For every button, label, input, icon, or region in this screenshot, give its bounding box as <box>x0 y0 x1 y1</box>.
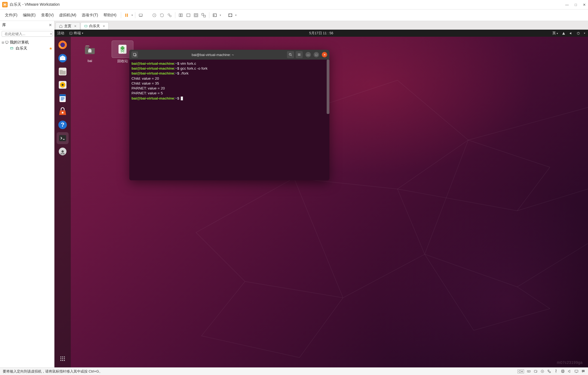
svg-rect-14 <box>204 15 206 17</box>
terminal-maximize-button[interactable]: □ <box>314 52 319 57</box>
tab-vm-bailetian[interactable]: 白乐天 ✕ <box>81 22 109 30</box>
terminal-titlebar[interactable]: bai@bai-virtual-machine: ~ — □ ✕ <box>129 50 329 60</box>
terminal-body[interactable]: bai@bai-virtual-machine:~$ vim fork.cbai… <box>129 60 329 180</box>
desktop-icon-trash-label: 回收站 <box>117 59 128 63</box>
power-icon[interactable] <box>577 32 580 35</box>
fullscreen-button[interactable] <box>227 12 234 18</box>
menu-view[interactable]: 查看(V) <box>39 12 56 19</box>
terminal-line: Child: value = 20 <box>131 76 327 81</box>
volume-icon[interactable] <box>569 32 573 35</box>
tray-network-icon[interactable] <box>547 369 551 373</box>
dock-files[interactable] <box>57 66 69 78</box>
terminal-search-button[interactable] <box>287 51 294 58</box>
network-icon[interactable] <box>562 32 565 35</box>
menu-edit[interactable]: 编辑(E) <box>21 12 38 19</box>
vm-icon <box>84 24 88 28</box>
ubuntu-desktop[interactable]: ? DVD bai 回收站 <box>54 37 588 367</box>
menu-file[interactable]: 文件(F) <box>3 12 20 19</box>
app-indicator-terminal[interactable]: 终端 ▾ <box>69 31 83 36</box>
fullscreen-console-button[interactable] <box>212 12 218 18</box>
svg-rect-10 <box>187 14 190 17</box>
dock-firefox[interactable] <box>57 39 69 51</box>
svg-rect-8 <box>179 14 180 17</box>
tray-display-icon[interactable] <box>574 369 578 373</box>
view-unity-button[interactable] <box>200 12 207 18</box>
tray-usb-icon[interactable] <box>554 369 558 373</box>
tab-close-icon[interactable]: ✕ <box>103 24 105 28</box>
content-area: 主页 ✕ 白乐天 ✕ 活动 终端 ▾ 5月17日 11 : 56 英 ▾ <box>54 21 588 367</box>
system-menu-dropdown-icon[interactable]: ▾ <box>584 32 585 35</box>
svg-rect-11 <box>194 14 198 17</box>
snapshot-button[interactable] <box>151 12 158 18</box>
svg-rect-1 <box>4 4 6 5</box>
dropdown-icon[interactable]: ▾ <box>50 32 52 35</box>
tray-printer-icon[interactable] <box>561 369 565 373</box>
tree-root-my-computer[interactable]: ⊟ 我的计算机 <box>2 39 53 45</box>
tab-home[interactable]: 主页 ✕ <box>56 22 80 30</box>
terminal-new-tab-button[interactable] <box>131 51 138 58</box>
dock-dvd[interactable]: DVD <box>57 145 69 157</box>
ime-indicator[interactable]: CH <box>517 370 524 373</box>
tray-sound-icon[interactable] <box>568 369 572 373</box>
tree-vm-bailetian[interactable]: 白乐天 ★ <box>2 45 53 51</box>
svg-rect-60 <box>548 370 549 371</box>
terminal-close-button[interactable]: ✕ <box>322 52 327 57</box>
clock[interactable]: 5月17日 11 : 56 <box>309 31 333 36</box>
activities-button[interactable]: 活动 <box>57 31 64 36</box>
terminal-prompt[interactable]: bai@bai-virtual-machine:~$ <box>131 96 327 101</box>
svg-rect-53 <box>133 53 136 55</box>
svg-rect-13 <box>202 13 204 15</box>
terminal-minimize-button[interactable]: — <box>305 52 311 57</box>
library-search[interactable]: ▾ <box>2 31 53 37</box>
dropdown-icon[interactable]: ▾ <box>235 14 237 17</box>
vm-console[interactable]: 活动 终端 ▾ 5月17日 11 : 56 英 ▾ ▾ <box>54 30 588 367</box>
tray-keyboard-icon[interactable] <box>527 369 531 373</box>
library-close-button[interactable]: ✕ <box>49 23 52 27</box>
pause-button[interactable] <box>123 12 130 18</box>
terminal-scrollbar[interactable] <box>327 60 329 114</box>
dropdown-icon[interactable]: ▾ <box>131 14 133 17</box>
dock-rhythmbox[interactable] <box>57 79 69 91</box>
window-minimize-button[interactable]: — <box>565 3 569 7</box>
terminal-window[interactable]: bai@bai-virtual-machine: ~ — □ ✕ bai@bai… <box>129 50 329 180</box>
dock-libreoffice-writer[interactable] <box>57 92 69 104</box>
dock-ubuntu-software[interactable] <box>57 106 69 117</box>
dock-help[interactable]: ? <box>57 119 69 131</box>
window-close-button[interactable]: ✕ <box>583 3 586 7</box>
menu-help[interactable]: 帮助(H) <box>101 12 118 19</box>
library-search-input[interactable] <box>5 32 50 36</box>
svg-rect-12 <box>195 14 197 16</box>
view-stretch-button[interactable] <box>193 12 199 18</box>
window-maximize-button[interactable]: □ <box>575 3 577 7</box>
svg-point-51 <box>64 360 65 361</box>
svg-rect-20 <box>85 25 87 27</box>
tab-close-icon[interactable]: ✕ <box>74 24 76 28</box>
view-single-button[interactable] <box>177 12 184 18</box>
svg-point-43 <box>60 357 62 358</box>
favorite-star-icon[interactable]: ★ <box>49 46 53 51</box>
dropdown-icon[interactable]: ▾ <box>220 14 221 17</box>
menu-vm[interactable]: 虚拟机(M) <box>57 12 78 19</box>
tray-message-icon[interactable] <box>581 369 585 373</box>
send-ctrl-alt-del-button[interactable] <box>137 12 144 18</box>
terminal-menu-button[interactable] <box>296 51 303 58</box>
snapshot-manager-button[interactable] <box>166 12 173 18</box>
menu-tabs[interactable]: 选项卡(T) <box>79 12 100 19</box>
tray-harddisk-icon[interactable] <box>534 369 538 373</box>
dock-terminal[interactable] <box>57 132 69 144</box>
dock-show-applications[interactable] <box>57 353 69 365</box>
view-console-button[interactable] <box>185 12 192 18</box>
terminal-icon <box>69 32 73 35</box>
terminal-title: bai@bai-virtual-machine: ~ <box>140 53 285 57</box>
svg-point-50 <box>62 360 63 361</box>
svg-point-29 <box>62 84 63 86</box>
tab-row: 主页 ✕ 白乐天 ✕ <box>54 21 588 30</box>
snapshot-revert-button[interactable] <box>159 12 165 18</box>
svg-point-59 <box>542 371 543 372</box>
input-lang-indicator[interactable]: 英 ▾ <box>552 31 558 36</box>
svg-point-54 <box>289 53 291 55</box>
svg-rect-9 <box>181 14 182 17</box>
dock-thunderbird[interactable] <box>57 52 69 64</box>
desktop-icon-home[interactable]: bai <box>76 41 103 64</box>
tray-cd-icon[interactable] <box>540 369 544 373</box>
